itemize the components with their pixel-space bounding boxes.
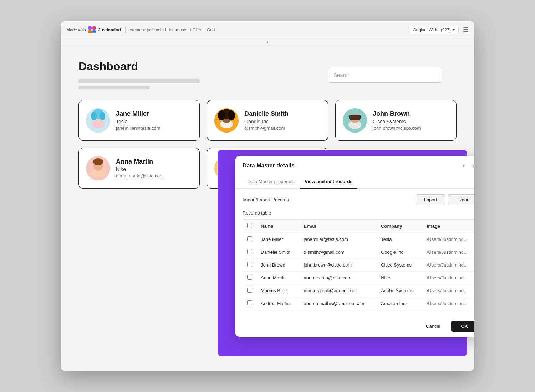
- collapse-handle[interactable]: ▲: [61, 38, 474, 46]
- tab-data-master-properties[interactable]: Data Master properties: [243, 175, 300, 189]
- col-header-name: Name: [256, 220, 299, 233]
- cell-email-3: anna.martin@nike.com: [299, 272, 377, 284]
- browser-window: Made with Justinmind create-a-justinmind…: [61, 21, 474, 371]
- export-button[interactable]: Export: [448, 194, 474, 205]
- card-email-jane: janemiller@tesla.com: [116, 125, 160, 131]
- card-name-danielle: Danielle Smith: [244, 110, 289, 118]
- cell-image-3: /Users/Justinmind...: [423, 272, 474, 284]
- svg-rect-1: [92, 26, 96, 30]
- collapse-arrow-icon: ▲: [266, 40, 269, 44]
- svg-point-23: [93, 158, 103, 165]
- cell-image-1: /Users/Justinmind...: [423, 246, 474, 259]
- cancel-button[interactable]: Cancel: [419, 321, 447, 332]
- card-company-jane: Tesla: [116, 119, 160, 124]
- cell-email-0: janemiller@tesla.com: [299, 233, 377, 246]
- client-card-danielle[interactable]: Danielle Smith Google Inc. d.smith@gmail…: [207, 100, 328, 141]
- cell-image-5: /Users/Justinmind...: [423, 297, 474, 310]
- client-card-john[interactable]: John Brown Cisco Systems john.brown@cisc…: [335, 100, 457, 141]
- svg-point-8: [91, 112, 97, 120]
- dialog-header-icons: + ✕: [459, 162, 474, 170]
- card-info-anna: Anna Martin Nike anna.martin@nike.com: [116, 158, 164, 179]
- cell-email-2: john.brown@cisco.com: [299, 259, 377, 272]
- table-row[interactable]: Danielle Smith d.smith@gmail.com Google …: [243, 246, 474, 259]
- row-checkbox-5: [243, 297, 256, 310]
- card-info-jane: Jane Miller Tesla janemiller@tesla.com: [116, 110, 160, 131]
- cell-name-4: Marcus Broli: [256, 284, 299, 297]
- dashboard-search-area: Search: [328, 67, 442, 83]
- table-row[interactable]: Marcus Broli marcus.broli@adobe.com Adob…: [243, 284, 474, 297]
- brand-logo: Made with Justinmind: [66, 26, 121, 34]
- table-row[interactable]: Jane Miller janemiller@tesla.com Tesla /…: [243, 233, 474, 246]
- dialog-plus-button[interactable]: +: [459, 162, 467, 170]
- import-export-buttons: Import Export: [416, 194, 474, 205]
- table-header-checkbox: [243, 220, 256, 233]
- search-input[interactable]: Search: [328, 67, 442, 83]
- table-row[interactable]: John Brown john.brown@cisco.com Cisco Sy…: [243, 259, 474, 272]
- tab-view-edit-records[interactable]: View and edit records: [300, 175, 357, 189]
- card-company-danielle: Google Inc.: [244, 119, 289, 124]
- row-select-4[interactable]: [247, 288, 252, 293]
- import-export-label: Import/Export Records: [243, 197, 289, 202]
- table-header-row: Name Email Company Image: [243, 220, 474, 233]
- search-placeholder: Search: [333, 72, 351, 78]
- svg-rect-3: [92, 30, 96, 33]
- cell-name-3: Anna Martin: [256, 272, 299, 284]
- card-company-anna: Nike: [116, 166, 164, 172]
- records-table-wrapper: Name Email Company Image Jane Miller jan…: [243, 219, 474, 310]
- card-company-john: Cisco Systems: [373, 119, 421, 124]
- import-export-row: Import/Export Records Import Export: [243, 194, 474, 205]
- cell-company-5: Amazon Inc.: [377, 297, 423, 310]
- card-info-danielle: Danielle Smith Google Inc. d.smith@gmail…: [244, 110, 289, 131]
- svg-point-9: [100, 112, 105, 120]
- top-bar-right: Original Width (927) ▾ ☰: [409, 26, 469, 34]
- dialog-header: Data Master details + ✕: [235, 156, 474, 175]
- card-name-john: John Brown: [373, 110, 421, 118]
- row-checkbox-1: [243, 246, 256, 259]
- top-bar-divider: [125, 26, 126, 33]
- avatar-john: [343, 108, 367, 133]
- select-all-checkbox[interactable]: [247, 223, 252, 228]
- table-row[interactable]: Andrea Mathis andrea.mathis@amazon.com A…: [243, 297, 474, 310]
- made-with-text: Made with: [66, 27, 86, 32]
- cell-email-4: marcus.broli@adobe.com: [299, 284, 377, 297]
- row-checkbox-2: [243, 259, 256, 272]
- row-select-0[interactable]: [247, 236, 252, 241]
- row-select-3[interactable]: [247, 275, 252, 280]
- records-table-label: Records table: [243, 210, 474, 216]
- cell-image-2: /Users/Justinmind...: [423, 259, 474, 272]
- col-header-email: Email: [299, 220, 377, 233]
- row-checkbox-3: [243, 272, 256, 284]
- cell-email-5: andrea.mathis@amazon.com: [299, 297, 377, 310]
- row-select-5[interactable]: [247, 300, 252, 305]
- hamburger-menu-icon[interactable]: ☰: [463, 26, 469, 34]
- card-info-john: John Brown Cisco Systems john.brown@cisc…: [373, 110, 421, 131]
- cell-company-4: Adobe Systems: [377, 284, 423, 297]
- row-select-1[interactable]: [247, 249, 252, 254]
- width-selector[interactable]: Original Width (927) ▾: [409, 26, 459, 34]
- client-card-jane[interactable]: Jane Miller Tesla janemiller@tesla.com: [78, 100, 200, 141]
- card-email-danielle: d.smith@gmail.com: [244, 125, 289, 131]
- dialog-close-button[interactable]: ✕: [470, 162, 474, 170]
- table-row[interactable]: Anna Martin anna.martin@nike.com Nike /U…: [243, 272, 474, 284]
- row-select-2[interactable]: [247, 262, 252, 267]
- card-email-anna: anna.martin@nike.com: [116, 173, 164, 179]
- ok-button[interactable]: OK: [451, 321, 475, 332]
- cell-company-2: Cisco Systems: [377, 259, 423, 272]
- avatar-jane-illustration: [86, 108, 110, 133]
- cell-image-4: /Users/Justinmind...: [423, 284, 474, 297]
- client-card-anna[interactable]: Anna Martin Nike anna.martin@nike.com: [78, 148, 200, 189]
- cell-name-1: Danielle Smith: [256, 246, 299, 259]
- cell-company-3: Nike: [377, 272, 423, 284]
- col-header-image: Image: [423, 220, 474, 233]
- dialog-title: Data Master details: [243, 163, 295, 169]
- cell-image-0: /Users/Justinmind...: [423, 233, 474, 246]
- import-button[interactable]: Import: [416, 194, 445, 205]
- top-bar: Made with Justinmind create-a-justinmind…: [61, 21, 474, 38]
- row-checkbox-0: [243, 233, 256, 246]
- main-content: Dashboard Search: [61, 46, 474, 371]
- cell-name-0: Jane Miller: [256, 233, 299, 246]
- data-master-dialog: Data Master details + ✕ Data Master prop…: [235, 156, 474, 337]
- skeleton-line-1: [78, 79, 200, 83]
- dialog-tabs: Data Master properties View and edit rec…: [235, 175, 474, 189]
- row-checkbox-4: [243, 284, 256, 297]
